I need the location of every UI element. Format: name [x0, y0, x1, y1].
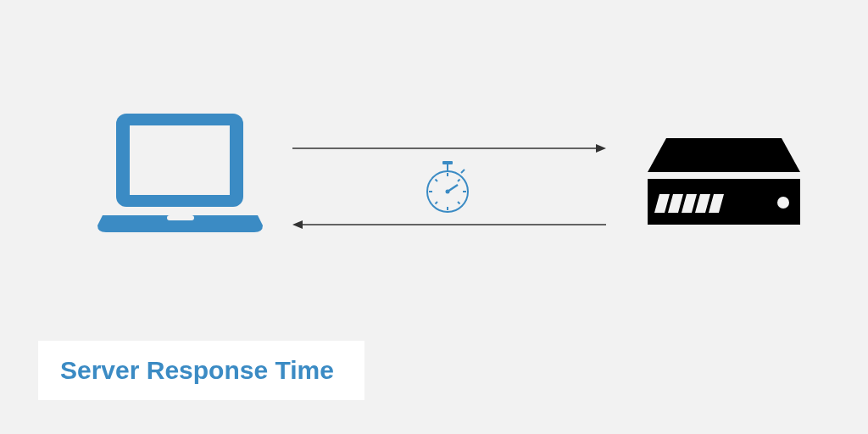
svg-rect-19: [648, 179, 800, 225]
request-arrow: [292, 142, 606, 151]
svg-line-12: [436, 180, 438, 182]
title-panel: Server Response Time: [38, 341, 364, 400]
svg-line-6: [461, 170, 465, 173]
server-icon: [648, 131, 800, 236]
svg-rect-2: [167, 215, 194, 220]
svg-rect-4: [442, 161, 453, 164]
svg-line-15: [458, 180, 460, 182]
response-arrow: [292, 219, 606, 227]
response-time-diagram: [0, 110, 868, 280]
svg-point-17: [446, 190, 450, 194]
laptop-icon: [97, 110, 263, 241]
svg-line-14: [436, 202, 438, 204]
diagram-title: Server Response Time: [60, 356, 334, 385]
svg-line-13: [458, 202, 460, 204]
stopwatch-icon: [424, 159, 471, 217]
svg-rect-1: [130, 125, 230, 195]
svg-point-20: [777, 197, 789, 209]
